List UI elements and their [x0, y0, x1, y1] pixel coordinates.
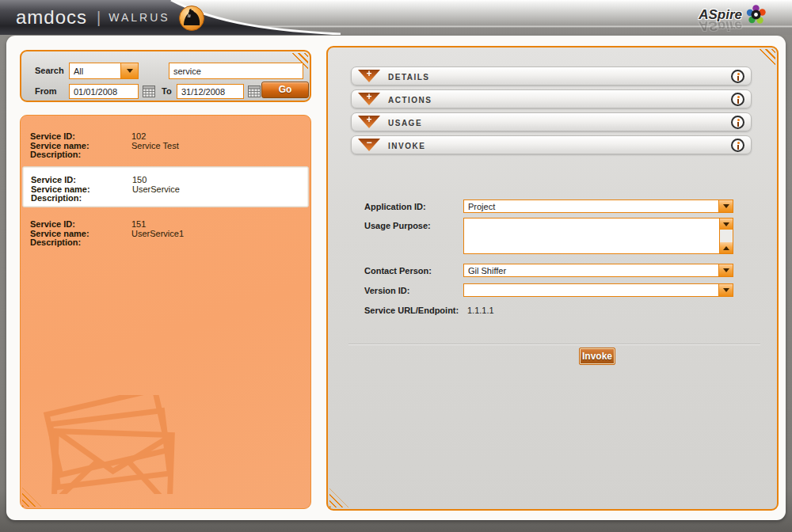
expand-triangle-icon[interactable]: + — [358, 70, 380, 82]
usage-purpose-field — [463, 218, 733, 254]
brand-separator: | — [97, 9, 101, 27]
service-description-label: Description: — [31, 193, 82, 203]
service-id-label: Service ID: — [30, 131, 75, 141]
from-label: From — [35, 86, 57, 96]
info-icon[interactable] — [731, 116, 744, 129]
service-name-label: Service name: — [30, 141, 89, 150]
accordion-label: INVOKE — [388, 142, 425, 150]
service-name-label: Service name: — [31, 184, 90, 194]
to-date-input[interactable] — [177, 84, 244, 99]
usage-purpose-input[interactable] — [464, 218, 719, 253]
invoke-button[interactable]: Invoke — [579, 348, 615, 365]
service-list-panel: Service ID:102 Service name:Service Test… — [20, 115, 311, 509]
to-label: To — [162, 86, 172, 96]
contact-person-value: Gil Shiffer — [468, 266, 506, 276]
calendar-icon[interactable] — [248, 86, 261, 97]
accordion-usage[interactable]: + USAGE — [351, 112, 752, 131]
accordion-actions[interactable]: + ACTIONS — [351, 89, 752, 108]
service-id-label: Service ID: — [30, 219, 75, 229]
service-id-value: 150 — [132, 175, 147, 184]
service-name-value: Service Test — [131, 141, 179, 150]
aspire-pinwheel-icon — [745, 4, 767, 25]
usage-purpose-scrollbar[interactable] — [719, 218, 733, 253]
service-list-item[interactable]: Service ID:102 Service name:Service Test… — [22, 127, 309, 168]
info-icon[interactable] — [731, 93, 744, 106]
scroll-down-icon[interactable] — [720, 218, 733, 230]
search-type-value: All — [74, 66, 83, 76]
service-name-label: Service name: — [30, 229, 89, 238]
corner-stripes-decoration — [329, 488, 348, 507]
info-icon[interactable] — [731, 139, 744, 152]
dropdown-arrow-icon[interactable] — [718, 264, 733, 276]
brand-logo: amdocs — [16, 6, 87, 28]
service-list-item-selected[interactable]: Service ID:150 Service name:UserService … — [22, 166, 309, 207]
detail-panel: + DETAILS + ACTIONS + USAGE − INVOKE App… — [326, 46, 779, 511]
aspire-logo: ASpire ASpire — [699, 4, 767, 25]
version-id-label: Version ID: — [364, 286, 409, 295]
accordion-invoke[interactable]: − INVOKE — [351, 135, 752, 154]
version-id-dropdown[interactable] — [463, 283, 733, 297]
contact-person-label: Contact Person: — [364, 266, 432, 276]
go-button[interactable]: Go — [261, 82, 309, 98]
service-description-label: Description: — [30, 150, 81, 159]
service-description-label: Description: — [30, 238, 81, 247]
search-panel: Search All From To Go — [20, 50, 311, 102]
service-id-value: 102 — [131, 131, 146, 141]
contact-person-dropdown[interactable]: Gil Shiffer — [463, 264, 733, 277]
aspire-logo-reflection: ASpire — [699, 17, 742, 33]
endpoint-value: 1.1.1.1 — [467, 306, 494, 315]
dropdown-arrow-icon[interactable] — [718, 200, 733, 212]
app-header: amdocs | WALRUS ASpire ASpire — [0, 0, 792, 35]
application-id-label: Application ID: — [364, 202, 426, 211]
dropdown-arrow-icon[interactable] — [120, 63, 138, 78]
from-date-input[interactable] — [69, 84, 139, 99]
info-icon[interactable] — [731, 70, 744, 83]
service-name-value: UserService1 — [131, 229, 184, 238]
accordion-label: USAGE — [388, 119, 422, 127]
endpoint-label: Service URL/Endpoint: — [364, 306, 459, 315]
usage-purpose-label: Usage Purpose: — [364, 221, 431, 230]
dropdown-arrow-icon[interactable] — [718, 284, 733, 296]
search-label: Search — [35, 66, 64, 75]
scroll-up-icon[interactable] — [720, 242, 733, 253]
collapse-triangle-icon[interactable]: − — [358, 139, 380, 151]
accordion-label: ACTIONS — [388, 96, 432, 104]
search-type-dropdown[interactable]: All — [69, 63, 139, 79]
application-id-dropdown[interactable]: Project — [463, 200, 733, 213]
accordion-label: DETAILS — [388, 73, 430, 82]
walrus-icon — [178, 5, 205, 32]
main-content: Search All From To Go Service ID:102 Ser… — [6, 36, 786, 520]
form-divider — [348, 344, 760, 344]
expand-triangle-icon[interactable]: + — [358, 93, 380, 105]
service-id-label: Service ID: — [31, 175, 76, 184]
expand-triangle-icon[interactable]: + — [358, 116, 380, 128]
service-name-value: UserService — [132, 184, 180, 194]
service-list-item[interactable]: Service ID:151 Service name:UserService1… — [22, 215, 309, 256]
service-id-value: 151 — [131, 219, 146, 229]
calendar-icon[interactable] — [143, 86, 155, 97]
envelopes-decoration-icon — [30, 395, 181, 494]
corner-stripes-decoration — [755, 49, 775, 70]
search-query-input[interactable] — [169, 63, 303, 79]
product-name: WALRUS — [109, 11, 169, 24]
accordion-details[interactable]: + DETAILS — [351, 66, 752, 86]
application-id-value: Project — [468, 202, 495, 211]
